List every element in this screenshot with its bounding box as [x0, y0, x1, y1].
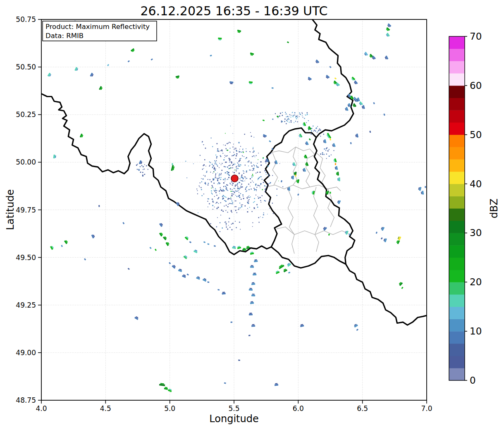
clutter-speck	[264, 185, 265, 186]
speckle	[240, 229, 241, 230]
clutter-speck	[205, 166, 206, 167]
clutter-speck	[232, 212, 232, 213]
clutter-speck	[248, 189, 250, 190]
echo-dash	[232, 248, 236, 248]
echo-dash	[363, 105, 364, 109]
echo-dash-secondary	[55, 155, 56, 158]
clutter-speck	[234, 206, 235, 207]
clutter-speck	[217, 165, 217, 165]
echo-dash	[330, 139, 331, 140]
clutter-speck	[253, 147, 253, 148]
clutter-speck	[251, 165, 253, 167]
clutter-speck	[241, 180, 242, 181]
clutter-speck	[237, 183, 238, 184]
clutter-speck	[244, 171, 245, 172]
clutter-speck	[220, 187, 221, 188]
region-border	[328, 189, 334, 227]
clutter-speck	[220, 190, 221, 191]
speckle	[293, 116, 294, 117]
speckle	[288, 118, 289, 119]
clutter-speck	[256, 191, 257, 191]
region-borders	[265, 147, 351, 254]
speckle	[295, 121, 296, 122]
echo-dash	[237, 248, 241, 248]
clutter-speck	[230, 189, 231, 190]
clutter-speck	[185, 161, 186, 162]
speckle	[318, 130, 320, 131]
speckle	[143, 166, 144, 167]
colorbar-cell	[449, 282, 465, 294]
country-border	[41, 94, 271, 255]
clutter-speck	[227, 199, 228, 200]
clutter-speck	[208, 201, 208, 202]
speckle	[232, 229, 233, 230]
clutter-arc	[230, 203, 233, 204]
clutter-speck	[245, 165, 246, 165]
clutter-speck	[282, 186, 283, 187]
clutter-speck	[258, 159, 258, 160]
echo-dash	[224, 383, 226, 383]
echo-dash	[330, 67, 331, 68]
echo-dash	[250, 253, 254, 254]
clutter-speck	[215, 203, 216, 204]
speckle	[294, 122, 294, 123]
clutter-speck	[211, 182, 212, 182]
clutter-speck	[243, 181, 244, 182]
echo-dash	[335, 159, 336, 162]
echo-dash	[402, 287, 403, 289]
speckle	[311, 130, 312, 131]
clutter-speck	[250, 196, 251, 197]
clutter-speck	[221, 165, 222, 165]
echo-dash-secondary	[246, 246, 249, 247]
colorbar-cell	[449, 368, 465, 380]
clutter-speck	[239, 189, 240, 190]
x-tick-label: 6.0	[293, 404, 304, 413]
echo-dash-secondary	[238, 246, 240, 247]
clutter-speck	[224, 166, 225, 167]
clutter-speck	[250, 186, 251, 187]
speckle	[297, 122, 298, 122]
echo-dash-secondary	[334, 160, 335, 162]
clutter-speck	[265, 162, 266, 163]
clutter-speck	[230, 167, 231, 168]
clutter-arc	[224, 196, 227, 197]
clutter-speck	[243, 173, 244, 174]
info-box: Product: Maximum Reflectivity Data: RMIB	[43, 21, 157, 41]
clutter-speck	[208, 179, 208, 180]
region-border	[270, 147, 315, 155]
clutter-speck	[272, 203, 273, 203]
clutter-speck	[245, 158, 246, 159]
clutter-arc	[211, 193, 213, 195]
clutter-speck	[239, 151, 239, 151]
clutter-speck	[220, 215, 221, 216]
clutter-speck	[240, 180, 241, 181]
clutter-speck	[215, 169, 216, 169]
clutter-arc	[240, 152, 242, 152]
speckle	[226, 225, 227, 225]
clutter-speck	[243, 151, 244, 152]
clutter-speck	[228, 204, 229, 205]
echo-dash	[231, 322, 232, 322]
radar-figure: 26.12.2025 16:35 - 16:39 UTC 4.04.55.05.…	[0, 0, 504, 430]
echo-dash-secondary	[249, 84, 252, 84]
colorbar-label: dBZ	[488, 198, 500, 218]
clutter-speck	[224, 179, 225, 180]
clutter-arc	[224, 201, 227, 201]
clutter-speck	[265, 172, 266, 173]
y-tick-label: 48.75	[16, 396, 36, 404]
colorbar-cell	[449, 245, 465, 258]
speckle	[280, 113, 281, 114]
echo-dash-secondary	[255, 260, 257, 260]
echo-dash	[351, 142, 351, 144]
clutter-speck	[236, 196, 237, 197]
clutter-speck	[240, 186, 241, 186]
echo-dash	[300, 325, 304, 326]
clutter-speck	[242, 149, 243, 150]
clutter-speck	[221, 190, 222, 191]
radar-site-marker	[231, 175, 238, 182]
clutter-speck	[252, 170, 253, 171]
plot-title: 26.12.2025 16:35 - 16:39 UTC	[140, 4, 327, 18]
clutter-arc	[226, 189, 228, 191]
clutter-speck	[221, 177, 222, 178]
colorbar-cell	[449, 147, 465, 159]
